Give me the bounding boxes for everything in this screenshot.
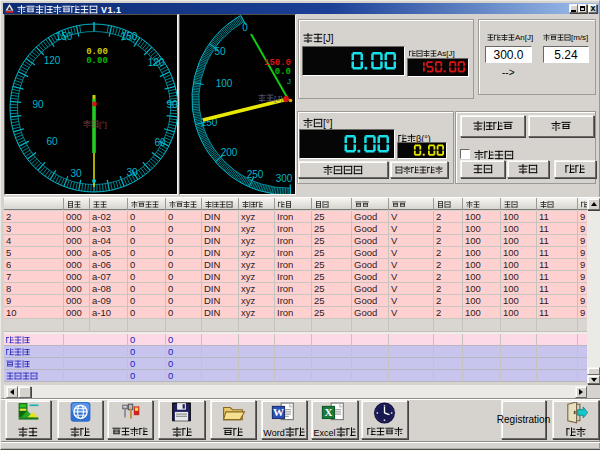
svg-text:30: 30	[126, 167, 138, 178]
svg-text:90: 90	[166, 99, 178, 110]
svg-text:0.0: 0.0	[275, 67, 291, 77]
svg-text:90: 90	[32, 99, 44, 110]
svg-text:150: 150	[121, 31, 138, 42]
svg-text:J: J	[287, 77, 291, 86]
svg-text:200: 200	[221, 147, 238, 158]
svg-text:0: 0	[242, 22, 248, 33]
svg-text:30: 30	[70, 168, 82, 179]
svg-text:100: 100	[216, 78, 233, 89]
svg-text:250: 250	[247, 169, 264, 180]
svg-text:120: 120	[44, 55, 61, 66]
svg-text:120: 120	[148, 57, 165, 68]
svg-text:60: 60	[46, 136, 58, 147]
svg-text:300: 300	[276, 173, 293, 184]
svg-text:150: 150	[56, 31, 73, 42]
svg-text:W: W	[272, 406, 283, 418]
svg-text:X: X	[324, 406, 332, 418]
svg-text:0.00: 0.00	[86, 56, 108, 66]
svg-text:60: 60	[154, 137, 166, 148]
svg-text:50: 50	[214, 46, 226, 57]
